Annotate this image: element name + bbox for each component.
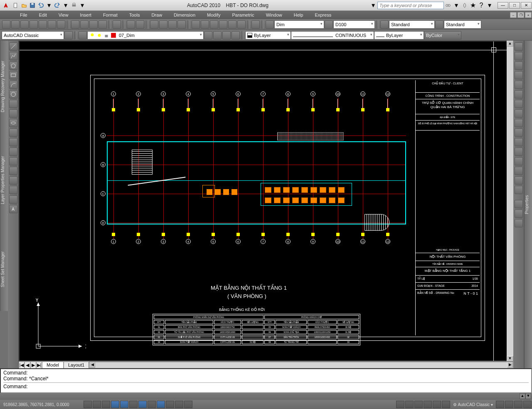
- extend-icon[interactable]: [515, 138, 523, 146]
- array-icon[interactable]: [515, 81, 523, 89]
- textstyle-dropdown[interactable]: Standard: [389, 20, 435, 29]
- join-icon[interactable]: [515, 157, 523, 165]
- qselect-icon[interactable]: [515, 209, 523, 218]
- scroll-down-icon[interactable]: ▼: [507, 356, 513, 362]
- annoscale-icon[interactable]: [424, 401, 432, 408]
- blockedit-icon[interactable]: [113, 20, 121, 29]
- circle-icon[interactable]: [9, 90, 17, 99]
- ellipse-icon[interactable]: [9, 119, 17, 127]
- polar-toggle[interactable]: [111, 401, 119, 408]
- command-window[interactable]: Command: Command: *Cancel* Command:: [0, 368, 532, 393]
- copy2-icon[interactable]: [515, 52, 523, 60]
- dc-icon[interactable]: [201, 20, 209, 29]
- star-icon[interactable]: ★: [469, 1, 477, 10]
- line-icon[interactable]: [9, 42, 17, 51]
- open-button[interactable]: [20, 1, 28, 10]
- otrack-toggle[interactable]: [138, 401, 147, 408]
- dyn-toggle[interactable]: [157, 401, 165, 408]
- help-icon[interactable]: ?: [477, 1, 485, 10]
- menu-edit[interactable]: Edit: [33, 12, 53, 17]
- cmd-scroll-down[interactable]: ▼: [525, 393, 531, 399]
- dimstyle-icon[interactable]: [266, 20, 274, 29]
- snap-toggle[interactable]: [84, 401, 92, 408]
- plotpreview-icon[interactable]: [39, 20, 47, 29]
- infocenter-search[interactable]: [377, 2, 444, 9]
- layer-dropdown[interactable]: 07_Dim: [87, 31, 204, 39]
- scale2-icon[interactable]: [515, 109, 523, 118]
- help-drop[interactable]: ▾: [485, 1, 494, 10]
- qview-drawings[interactable]: [414, 401, 423, 408]
- props-icon[interactable]: [192, 20, 200, 29]
- qnew-icon[interactable]: [2, 20, 10, 29]
- coords-display[interactable]: 918662.3865, 760791.2881, 0.0000: [0, 402, 83, 407]
- mdi-close[interactable]: ×: [525, 12, 532, 18]
- menu-parametric[interactable]: Parametric: [226, 12, 260, 17]
- table2-icon[interactable]: [9, 195, 17, 204]
- redo-icon[interactable]: [136, 20, 144, 29]
- annoauto-icon[interactable]: [442, 401, 450, 408]
- ws-settings-icon[interactable]: [64, 31, 73, 39]
- undo-button[interactable]: [37, 1, 45, 10]
- offset-icon[interactable]: [515, 71, 523, 79]
- mirror-icon[interactable]: [515, 62, 523, 70]
- hscrollbar[interactable]: ◀ ▶: [89, 362, 513, 368]
- zoomprev-icon[interactable]: [168, 20, 177, 29]
- save-button[interactable]: [28, 1, 37, 10]
- tab-next[interactable]: ▶: [30, 362, 36, 368]
- menu-window[interactable]: Window: [260, 12, 288, 17]
- scale-icon[interactable]: [325, 20, 333, 29]
- grid-toggle[interactable]: [93, 401, 101, 408]
- hatch-icon[interactable]: [9, 167, 17, 175]
- qcalc-icon[interactable]: [515, 219, 523, 227]
- pan-icon[interactable]: [150, 20, 158, 29]
- palette-tab-sheetset[interactable]: Sheet Set Manager: [0, 228, 8, 311]
- qview-layouts[interactable]: [405, 401, 414, 408]
- ducs-toggle[interactable]: [148, 401, 156, 408]
- dimstyle-dropdown[interactable]: Dim: [274, 20, 324, 29]
- qat-drop-2[interactable]: ▾: [62, 1, 70, 10]
- lock-ui-icon[interactable]: [496, 401, 504, 408]
- menu-modify[interactable]: Modify: [201, 12, 226, 17]
- chamfer-icon[interactable]: [515, 167, 523, 175]
- menu-draw[interactable]: Draw: [145, 12, 168, 17]
- menu-tools[interactable]: Tools: [123, 12, 146, 17]
- palette-tab-recovery[interactable]: Drawing Recovery Manager: [0, 41, 8, 132]
- redo-button[interactable]: [53, 1, 62, 10]
- point-icon[interactable]: [9, 157, 17, 165]
- menu-insert[interactable]: Insert: [74, 12, 97, 17]
- maximize-button[interactable]: □: [509, 2, 520, 9]
- qp-toggle[interactable]: [175, 401, 183, 408]
- sc-toggle[interactable]: [184, 401, 192, 408]
- tablestyle-dropdown[interactable]: Standard: [444, 20, 481, 29]
- menu-express[interactable]: Express: [309, 12, 337, 17]
- new-button[interactable]: [12, 1, 20, 10]
- mdi-minimize[interactable]: –: [510, 12, 517, 18]
- layermatch-icon[interactable]: [222, 31, 231, 39]
- break-icon[interactable]: [515, 148, 523, 156]
- plotstyle-dropdown[interactable]: ByColor: [424, 31, 461, 39]
- 3ddwf-icon[interactable]: [57, 20, 65, 29]
- plot-icon[interactable]: [30, 20, 38, 29]
- workspace-dropdown[interactable]: AutoCAD Classic: [2, 31, 64, 39]
- subscription-icon[interactable]: [461, 1, 469, 10]
- region-icon[interactable]: [9, 186, 17, 194]
- drawing-canvas[interactable]: CHỦ ĐẦU TƯ - CLIENT CÔNG TRÌNH - CONSTRU…: [19, 41, 513, 362]
- tab-last[interactable]: ▶|: [36, 362, 42, 368]
- matchprop-icon[interactable]: [99, 20, 107, 29]
- revcloud-icon[interactable]: [9, 100, 17, 108]
- cleanscreen-icon[interactable]: [523, 401, 532, 408]
- menu-help[interactable]: Help: [288, 12, 309, 17]
- gradient-icon[interactable]: [9, 176, 17, 185]
- app-icon[interactable]: [0, 0, 12, 11]
- layerprev-icon[interactable]: [204, 31, 212, 39]
- paste-icon[interactable]: [89, 20, 98, 29]
- rectangle-icon[interactable]: [9, 71, 17, 79]
- menu-view[interactable]: View: [53, 12, 74, 17]
- menu-dimension[interactable]: Dimension: [168, 12, 201, 17]
- menu-file[interactable]: File: [14, 12, 33, 17]
- ssm-icon[interactable]: [219, 20, 227, 29]
- minimize-button[interactable]: —: [498, 2, 508, 9]
- lineweight-dropdown[interactable]: ByLayer: [374, 31, 424, 39]
- annovisibility-icon[interactable]: [433, 401, 441, 408]
- table-icon[interactable]: [435, 20, 443, 29]
